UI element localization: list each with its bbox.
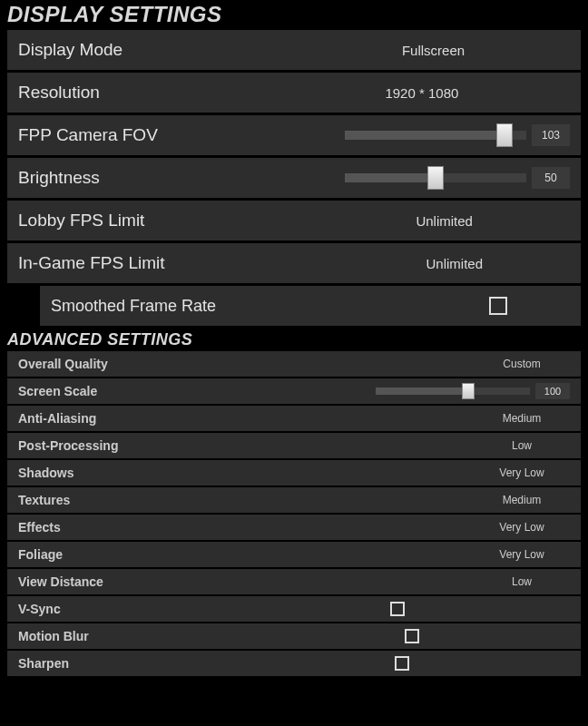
view-distance-label: View Distance (7, 574, 103, 589)
vsync-checkbox[interactable] (390, 602, 405, 616)
smoothed-framerate-row: Smoothed Frame Rate (40, 286, 581, 326)
display-mode-value: Fullscreen (122, 43, 581, 58)
effects-label: Effects (7, 520, 61, 535)
ingame-fps-value: Unlimited (165, 256, 581, 271)
shadows-row[interactable]: Shadows Very Low (7, 460, 581, 486)
screen-scale-row: Screen Scale 100 (7, 378, 581, 404)
display-mode-row[interactable]: Display Mode Fullscreen (7, 30, 581, 70)
brightness-value[interactable]: 50 (532, 167, 570, 189)
screen-scale-slider-thumb[interactable] (462, 383, 475, 399)
overall-quality-label: Overall Quality (7, 357, 108, 371)
screen-scale-label: Screen Scale (7, 384, 97, 398)
ingame-fps-row[interactable]: In-Game FPS Limit Unlimited (7, 243, 581, 283)
display-settings-header: DISPLAY SETTINGS (0, 0, 588, 27)
foliage-row[interactable]: Foliage Very Low (7, 542, 581, 567)
lobby-fps-value: Unlimited (144, 213, 581, 229)
textures-value: Medium (445, 494, 544, 506)
foliage-label: Foliage (7, 547, 63, 562)
motion-blur-checkbox[interactable] (405, 629, 419, 643)
fpp-fov-label: FPP Camera FOV (7, 125, 158, 145)
screen-scale-value[interactable]: 100 (535, 383, 570, 399)
resolution-label: Resolution (7, 83, 100, 103)
fpp-fov-row: FPP Camera FOV 103 (7, 115, 581, 155)
motion-blur-row: Motion Blur (7, 623, 581, 649)
anti-aliasing-label: Anti-Aliasing (7, 411, 96, 426)
smoothed-framerate-label: Smoothed Frame Rate (40, 297, 216, 316)
overall-quality-value: Custom (445, 358, 544, 370)
motion-blur-label: Motion Blur (7, 629, 89, 643)
fpp-fov-slider-fill (345, 131, 505, 140)
fpp-fov-slider-thumb[interactable] (496, 123, 513, 147)
vsync-label: V-Sync (7, 602, 61, 616)
effects-value: Very Low (445, 521, 544, 534)
textures-row[interactable]: Textures Medium (7, 487, 581, 513)
resolution-value: 1920 * 1080 (100, 85, 581, 101)
effects-row[interactable]: Effects Very Low (7, 515, 581, 540)
lobby-fps-label: Lobby FPS Limit (7, 211, 144, 231)
display-mode-label: Display Mode (7, 40, 122, 60)
sharpen-label: Sharpen (7, 656, 69, 671)
view-distance-row[interactable]: View Distance Low (7, 569, 581, 594)
resolution-row[interactable]: Resolution 1920 * 1080 (7, 73, 581, 113)
fpp-fov-value[interactable]: 103 (532, 124, 570, 146)
brightness-slider[interactable] (345, 173, 526, 182)
foliage-value: Very Low (445, 548, 544, 561)
vsync-row: V-Sync (7, 596, 581, 622)
textures-label: Textures (7, 493, 70, 507)
brightness-slider-thumb[interactable] (427, 166, 444, 190)
brightness-slider-fill (345, 173, 436, 182)
view-distance-value: Low (445, 575, 544, 588)
anti-aliasing-row[interactable]: Anti-Aliasing Medium (7, 406, 581, 431)
smoothed-framerate-checkbox[interactable] (489, 297, 507, 315)
sharpen-checkbox[interactable] (395, 656, 409, 671)
ingame-fps-label: In-Game FPS Limit (7, 253, 165, 273)
shadows-value: Very Low (445, 466, 544, 479)
anti-aliasing-value: Medium (445, 412, 544, 425)
brightness-row: Brightness 50 (7, 158, 581, 198)
advanced-settings-header: ADVANCED SETTINGS (0, 329, 588, 349)
sharpen-row: Sharpen (7, 651, 581, 676)
overall-quality-row[interactable]: Overall Quality Custom (7, 351, 581, 377)
shadows-label: Shadows (7, 466, 74, 480)
lobby-fps-row[interactable]: Lobby FPS Limit Unlimited (7, 201, 581, 240)
fpp-fov-slider[interactable] (345, 131, 526, 140)
screen-scale-slider-fill (376, 388, 468, 395)
brightness-label: Brightness (7, 168, 100, 188)
post-processing-value: Low (445, 439, 544, 452)
post-processing-row[interactable]: Post-Processing Low (7, 433, 581, 458)
post-processing-label: Post-Processing (7, 438, 118, 453)
screen-scale-slider[interactable] (376, 388, 530, 395)
